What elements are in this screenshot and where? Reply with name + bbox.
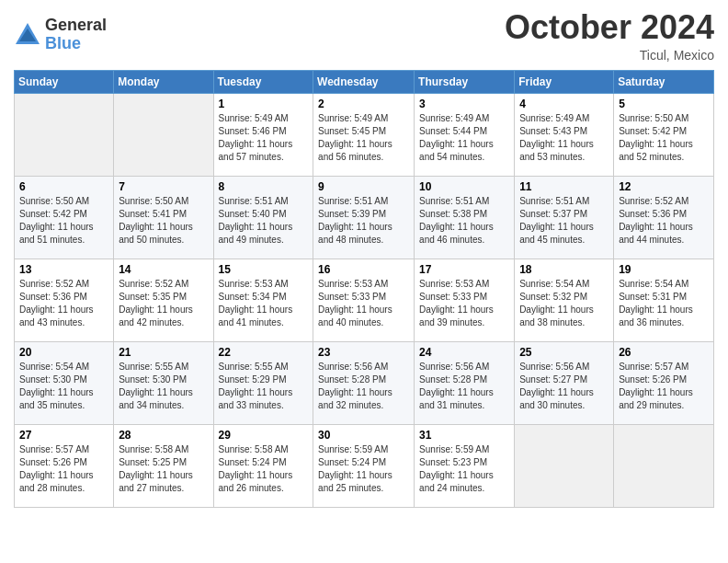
- calendar-cell: 28Sunrise: 5:58 AMSunset: 5:25 PMDayligh…: [114, 424, 213, 507]
- header: General Blue October 2024 Ticul, Mexico: [14, 9, 714, 63]
- logo-blue: Blue: [45, 35, 107, 53]
- location: Ticul, Mexico: [505, 48, 714, 63]
- day-number: 2: [318, 98, 409, 110]
- day-number: 19: [619, 263, 709, 276]
- calendar-cell: 11Sunrise: 5:51 AMSunset: 5:37 PMDayligh…: [515, 176, 614, 259]
- day-info: Sunrise: 5:50 AMSunset: 5:42 PMDaylight:…: [619, 112, 709, 164]
- day-number: 20: [19, 346, 108, 359]
- day-info: Sunrise: 5:54 AMSunset: 5:30 PMDaylight:…: [19, 361, 108, 412]
- week-row-5: 27Sunrise: 5:57 AMSunset: 5:26 PMDayligh…: [15, 424, 714, 507]
- calendar-cell: 3Sunrise: 5:49 AMSunset: 5:44 PMDaylight…: [415, 93, 515, 176]
- day-info: Sunrise: 5:49 AMSunset: 5:44 PMDaylight:…: [419, 112, 509, 164]
- day-info: Sunrise: 5:53 AMSunset: 5:33 PMDaylight:…: [419, 278, 509, 329]
- day-info: Sunrise: 5:49 AMSunset: 5:43 PMDaylight:…: [519, 112, 609, 164]
- page: General Blue October 2024 Ticul, Mexico …: [0, 0, 728, 522]
- calendar-cell: 27Sunrise: 5:57 AMSunset: 5:26 PMDayligh…: [15, 424, 114, 507]
- day-number: 23: [318, 346, 409, 359]
- day-number: 17: [419, 263, 509, 276]
- calendar-cell: 7Sunrise: 5:50 AMSunset: 5:41 PMDaylight…: [114, 176, 213, 259]
- day-number: 22: [219, 346, 309, 359]
- day-info: Sunrise: 5:49 AMSunset: 5:45 PMDaylight:…: [318, 112, 409, 164]
- week-row-1: 1Sunrise: 5:49 AMSunset: 5:46 PMDaylight…: [15, 93, 714, 176]
- month-title: October 2024: [505, 9, 714, 46]
- day-number: 28: [119, 429, 208, 442]
- day-info: Sunrise: 5:51 AMSunset: 5:38 PMDaylight:…: [419, 195, 509, 247]
- calendar-cell: [15, 93, 114, 176]
- calendar-cell: 2Sunrise: 5:49 AMSunset: 5:45 PMDaylight…: [313, 93, 415, 176]
- calendar-body: 1Sunrise: 5:49 AMSunset: 5:46 PMDaylight…: [15, 93, 714, 507]
- day-info: Sunrise: 5:55 AMSunset: 5:30 PMDaylight:…: [119, 361, 208, 412]
- day-info: Sunrise: 5:50 AMSunset: 5:41 PMDaylight:…: [119, 195, 208, 247]
- day-number: 6: [19, 180, 108, 193]
- day-number: 21: [119, 346, 208, 359]
- calendar-cell: 10Sunrise: 5:51 AMSunset: 5:38 PMDayligh…: [415, 176, 515, 259]
- calendar-cell: 8Sunrise: 5:51 AMSunset: 5:40 PMDaylight…: [213, 176, 313, 259]
- calendar-cell: 19Sunrise: 5:54 AMSunset: 5:31 PMDayligh…: [614, 259, 714, 341]
- calendar-cell: 22Sunrise: 5:55 AMSunset: 5:29 PMDayligh…: [213, 341, 313, 424]
- day-number: 10: [419, 180, 509, 193]
- day-number: 18: [519, 263, 609, 276]
- day-info: Sunrise: 5:56 AMSunset: 5:27 PMDaylight:…: [519, 361, 609, 412]
- calendar-cell: 13Sunrise: 5:52 AMSunset: 5:36 PMDayligh…: [15, 259, 114, 341]
- header-day-saturday: Saturday: [614, 70, 714, 93]
- calendar-cell: 18Sunrise: 5:54 AMSunset: 5:32 PMDayligh…: [515, 259, 614, 341]
- logo-general: General: [45, 17, 107, 35]
- title-area: October 2024 Ticul, Mexico: [505, 9, 714, 63]
- day-info: Sunrise: 5:57 AMSunset: 5:26 PMDaylight:…: [19, 443, 108, 495]
- header-row: SundayMondayTuesdayWednesdayThursdayFrid…: [15, 70, 714, 93]
- calendar-cell: 25Sunrise: 5:56 AMSunset: 5:27 PMDayligh…: [515, 341, 614, 424]
- week-row-2: 6Sunrise: 5:50 AMSunset: 5:42 PMDaylight…: [15, 176, 714, 259]
- calendar-cell: [515, 424, 614, 507]
- day-info: Sunrise: 5:53 AMSunset: 5:33 PMDaylight:…: [318, 278, 409, 329]
- calendar-cell: 20Sunrise: 5:54 AMSunset: 5:30 PMDayligh…: [15, 341, 114, 424]
- logo-text: General Blue: [45, 17, 107, 53]
- calendar-cell: 26Sunrise: 5:57 AMSunset: 5:26 PMDayligh…: [614, 341, 714, 424]
- calendar-cell: 4Sunrise: 5:49 AMSunset: 5:43 PMDaylight…: [515, 93, 614, 176]
- header-day-wednesday: Wednesday: [313, 70, 415, 93]
- day-info: Sunrise: 5:57 AMSunset: 5:26 PMDaylight:…: [619, 361, 709, 412]
- day-number: 31: [419, 429, 509, 442]
- day-number: 30: [318, 429, 409, 442]
- day-number: 29: [219, 429, 309, 442]
- day-info: Sunrise: 5:53 AMSunset: 5:34 PMDaylight:…: [219, 278, 309, 329]
- day-number: 3: [419, 98, 509, 110]
- logo-icon: [14, 21, 41, 49]
- day-info: Sunrise: 5:51 AMSunset: 5:37 PMDaylight:…: [519, 195, 609, 247]
- day-info: Sunrise: 5:51 AMSunset: 5:39 PMDaylight:…: [318, 195, 409, 247]
- day-info: Sunrise: 5:52 AMSunset: 5:36 PMDaylight:…: [619, 195, 709, 247]
- day-info: Sunrise: 5:54 AMSunset: 5:31 PMDaylight:…: [619, 278, 709, 329]
- day-info: Sunrise: 5:50 AMSunset: 5:42 PMDaylight:…: [19, 195, 108, 247]
- day-number: 14: [119, 263, 208, 276]
- calendar-cell: 9Sunrise: 5:51 AMSunset: 5:39 PMDaylight…: [313, 176, 415, 259]
- header-day-sunday: Sunday: [15, 70, 114, 93]
- day-number: 27: [19, 429, 108, 442]
- calendar-cell: 12Sunrise: 5:52 AMSunset: 5:36 PMDayligh…: [614, 176, 714, 259]
- calendar-cell: 23Sunrise: 5:56 AMSunset: 5:28 PMDayligh…: [313, 341, 415, 424]
- header-day-friday: Friday: [515, 70, 614, 93]
- day-number: 12: [619, 180, 709, 193]
- header-day-monday: Monday: [114, 70, 213, 93]
- day-number: 11: [519, 180, 609, 193]
- calendar-cell: 31Sunrise: 5:59 AMSunset: 5:23 PMDayligh…: [415, 424, 515, 507]
- day-number: 26: [619, 346, 709, 359]
- calendar-cell: 5Sunrise: 5:50 AMSunset: 5:42 PMDaylight…: [614, 93, 714, 176]
- day-info: Sunrise: 5:52 AMSunset: 5:35 PMDaylight:…: [119, 278, 208, 329]
- calendar-header: SundayMondayTuesdayWednesdayThursdayFrid…: [15, 70, 714, 93]
- day-info: Sunrise: 5:56 AMSunset: 5:28 PMDaylight:…: [318, 361, 409, 412]
- calendar-cell: 24Sunrise: 5:56 AMSunset: 5:28 PMDayligh…: [415, 341, 515, 424]
- day-info: Sunrise: 5:58 AMSunset: 5:24 PMDaylight:…: [219, 443, 309, 495]
- week-row-4: 20Sunrise: 5:54 AMSunset: 5:30 PMDayligh…: [15, 341, 714, 424]
- calendar-cell: 16Sunrise: 5:53 AMSunset: 5:33 PMDayligh…: [313, 259, 415, 341]
- day-number: 8: [219, 180, 309, 193]
- day-number: 9: [318, 180, 409, 193]
- day-info: Sunrise: 5:59 AMSunset: 5:23 PMDaylight:…: [419, 443, 509, 495]
- day-info: Sunrise: 5:55 AMSunset: 5:29 PMDaylight:…: [219, 361, 309, 412]
- header-day-thursday: Thursday: [415, 70, 515, 93]
- calendar-cell: 6Sunrise: 5:50 AMSunset: 5:42 PMDaylight…: [15, 176, 114, 259]
- day-number: 15: [219, 263, 309, 276]
- calendar-table: SundayMondayTuesdayWednesdayThursdayFrid…: [14, 70, 714, 508]
- week-row-3: 13Sunrise: 5:52 AMSunset: 5:36 PMDayligh…: [15, 259, 714, 341]
- day-number: 25: [519, 346, 609, 359]
- calendar-cell: 14Sunrise: 5:52 AMSunset: 5:35 PMDayligh…: [114, 259, 213, 341]
- calendar-cell: 17Sunrise: 5:53 AMSunset: 5:33 PMDayligh…: [415, 259, 515, 341]
